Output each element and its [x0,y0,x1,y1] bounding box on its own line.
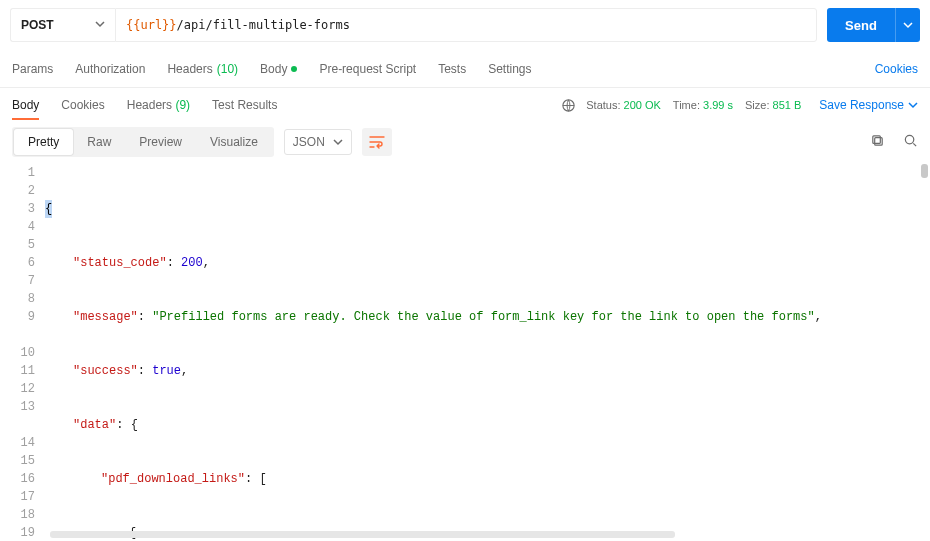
response-body[interactable]: 1 2 3 4 5 6 7 8 9 10 11 12 13 14 15 16 1… [0,162,930,541]
view-pretty[interactable]: Pretty [14,129,73,155]
url-template-var: {{url}} [126,18,177,32]
view-raw[interactable]: Raw [73,129,125,155]
search-icon[interactable] [903,133,918,151]
view-mode-group: Pretty Raw Preview Visualize [12,127,274,157]
cookies-link[interactable]: Cookies [875,62,918,76]
resp-tab-tests[interactable]: Test Results [212,98,277,112]
svg-point-3 [905,135,913,143]
tab-authorization[interactable]: Authorization [75,62,145,76]
send-options-button[interactable] [895,8,920,42]
network-icon[interactable] [560,97,576,113]
json-code: { "status_code": 200, "message": "Prefil… [45,162,930,541]
tab-tests[interactable]: Tests [438,62,466,76]
tab-headers[interactable]: Headers (10) [167,62,238,76]
url-path: /api/fill-multiple-forms [177,18,350,32]
request-tabs: Params Authorization Headers (10) Body P… [0,50,930,88]
dot-indicator-icon [291,66,297,72]
tab-params[interactable]: Params [12,62,53,76]
viewer-toolbar: Pretty Raw Preview Visualize JSON [0,122,930,162]
line-gutter: 1 2 3 4 5 6 7 8 9 10 11 12 13 14 15 16 1… [0,162,45,541]
copy-icon[interactable] [870,133,885,151]
http-method-value: POST [21,18,54,32]
http-method-select[interactable]: POST [10,8,115,42]
response-tabs: Body Cookies Headers (9) Test Results St… [0,88,930,122]
view-preview[interactable]: Preview [125,129,196,155]
line-wrap-button[interactable] [362,128,392,156]
view-visualize[interactable]: Visualize [196,129,272,155]
tab-body[interactable]: Body [260,62,297,76]
save-response-button[interactable]: Save Response [819,98,918,112]
send-button[interactable]: Send [827,8,895,42]
resp-tab-headers[interactable]: Headers (9) [127,98,190,112]
resp-tab-body[interactable]: Body [12,98,39,112]
horizontal-scrollbar-thumb[interactable] [50,531,675,538]
svg-rect-2 [873,136,881,144]
url-input[interactable]: {{url}}/api/fill-multiple-forms [115,8,817,42]
chevron-down-icon [95,18,105,32]
svg-rect-1 [875,138,883,146]
resp-tab-cookies[interactable]: Cookies [61,98,104,112]
vertical-scrollbar-thumb[interactable] [921,164,928,178]
language-select[interactable]: JSON [284,129,352,155]
tab-prerequest[interactable]: Pre-request Script [319,62,416,76]
tab-settings[interactable]: Settings [488,62,531,76]
response-status: Status: 200 OK Time: 3.99 s Size: 851 B [586,99,801,111]
